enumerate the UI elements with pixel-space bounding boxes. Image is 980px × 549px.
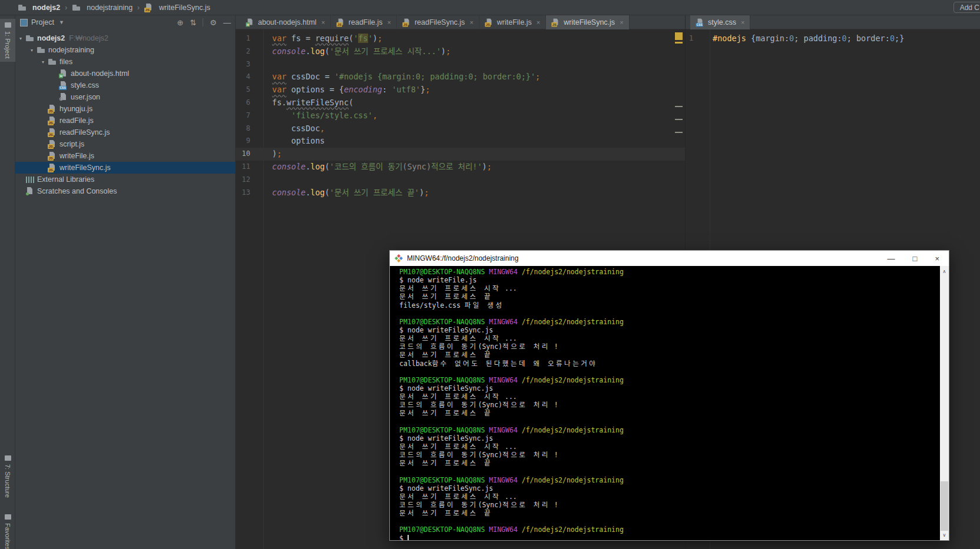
code-text: var options = {encoding: 'utf8'}; bbox=[250, 84, 430, 97]
terminal-text: 문서 쓰기 프로세스 끝 bbox=[399, 509, 492, 517]
terminal-title-bar[interactable]: MINGW64:/f/nodejs2/nodejstraining —□× bbox=[390, 251, 949, 266]
code-text: cssDoc, bbox=[250, 122, 325, 135]
editor-tab-style.css[interactable]: CSSstyle.css× bbox=[690, 15, 750, 29]
terminal-output-line: 문서 쓰기 프로세스 시작 ... bbox=[399, 284, 940, 292]
code-token: ; bbox=[794, 34, 803, 43]
line-number: 5 bbox=[236, 84, 250, 97]
breadcrumb-item-writeFileSync.js[interactable]: JSwriteFileSync.js bbox=[144, 3, 210, 12]
tree-item-nodejs2[interactable]: ▾nodejs2F:₩nodejs2 bbox=[15, 32, 235, 44]
project-panel-title[interactable]: Project bbox=[31, 18, 54, 26]
terminal-blank-line bbox=[399, 467, 940, 475]
tree-item-script.js[interactable]: JSscript.js bbox=[15, 138, 235, 150]
terminal-text: 코드의 흐름이 동기 bbox=[399, 401, 478, 409]
close-tab-icon[interactable]: × bbox=[321, 19, 325, 26]
tree-item-user.json[interactable]: ⚙user.json bbox=[15, 91, 235, 103]
tool-window-button-structure[interactable]: 7: Structure bbox=[0, 452, 15, 501]
editor-tab-about-nodejs.html[interactable]: Habout-nodejs.html× bbox=[240, 15, 331, 29]
breadcrumb-item-nodejstraining[interactable]: nodejstraining bbox=[72, 3, 133, 12]
collapse-all-icon[interactable]: ⇅ bbox=[190, 18, 196, 27]
settings-icon[interactable]: ⚙ bbox=[210, 18, 217, 27]
expander-icon[interactable]: ▾ bbox=[27, 48, 37, 53]
tree-item-readfilesync.js[interactable]: JSreadFileSync.js bbox=[15, 127, 235, 138]
scrollbar-thumb[interactable] bbox=[941, 481, 948, 531]
expander-icon[interactable]: ▾ bbox=[38, 59, 48, 65]
tree-item-about-nodejs.html[interactable]: Habout-nodejs.html bbox=[15, 68, 235, 79]
terminal-output-line: 문서 쓰기 프로세스 시작 ... bbox=[399, 334, 940, 342]
stripe-mark[interactable] bbox=[675, 132, 683, 133]
terminal-text: ! bbox=[550, 451, 558, 459]
code-token: . bbox=[306, 46, 310, 56]
folder-icon bbox=[37, 45, 46, 55]
breadcrumb-item-nodejs2[interactable]: nodejs2 bbox=[18, 3, 60, 12]
code-token: var bbox=[272, 85, 286, 94]
warning-stripe-mark[interactable] bbox=[675, 42, 683, 44]
line-number: 12 bbox=[236, 174, 250, 187]
terminal-command-line: $ node writeFile.js bbox=[399, 276, 940, 284]
close-tab-icon[interactable]: × bbox=[620, 19, 623, 26]
line-number: 11 bbox=[236, 161, 250, 174]
tree-item-readfile.js[interactable]: JSreadFile.js bbox=[15, 115, 235, 127]
scroll-down-icon[interactable]: ∨ bbox=[940, 530, 949, 540]
expander-icon[interactable]: ▾ bbox=[16, 36, 25, 41]
code-token: '문서 쓰기 프로세스 시작...' bbox=[330, 46, 441, 56]
close-button[interactable]: × bbox=[935, 254, 939, 263]
terminal-text: (Sync) bbox=[478, 401, 503, 409]
terminal-output[interactable]: PM107@DESKTOP-NAQQ8NS MINGW64 /f/nodejs2… bbox=[390, 266, 940, 540]
stripe-mark[interactable] bbox=[675, 119, 683, 120]
code-token: ; bbox=[425, 85, 430, 94]
breadcrumb-label: writeFileSync.js bbox=[159, 4, 210, 12]
prompt-env: MINGW64 bbox=[489, 525, 517, 534]
terminal-text: ! bbox=[550, 501, 558, 509]
breadcrumb-bar: nodejs2›nodejstraining›JSwriteFileSync.j… bbox=[0, 0, 980, 15]
project-tree[interactable]: ▾nodejs2F:₩nodejs2▾nodejstraining▾filesH… bbox=[15, 32, 235, 549]
terminal-scrollbar[interactable]: ∧ ∨ bbox=[940, 266, 949, 540]
minimize-button[interactable]: — bbox=[888, 254, 895, 263]
close-tab-icon[interactable]: × bbox=[537, 19, 540, 26]
css-badge: CSS bbox=[59, 86, 67, 90]
hide-icon[interactable]: — bbox=[223, 18, 231, 27]
tree-item-label: nodejstraining bbox=[48, 46, 94, 54]
editor-tab-writefilesync.js[interactable]: JSwriteFileSync.js× bbox=[546, 15, 629, 29]
maximize-button[interactable]: □ bbox=[913, 254, 918, 263]
chevron-down-icon[interactable]: ▼ bbox=[59, 19, 64, 25]
code-token: } bbox=[899, 34, 904, 43]
locate-icon[interactable]: ⊕ bbox=[177, 18, 184, 27]
editor-tab-readfile.js[interactable]: JSreadFile.js× bbox=[331, 15, 397, 29]
stripe-mark[interactable] bbox=[675, 106, 683, 107]
code-text bbox=[250, 174, 272, 187]
tree-item-external-libraries[interactable]: External Libraries bbox=[15, 174, 235, 185]
tree-item-style.css[interactable]: CSSstyle.css bbox=[15, 79, 235, 91]
close-tab-icon[interactable]: × bbox=[469, 19, 473, 26]
terminal-output-line: 문서 쓰기 프로세스 끝 bbox=[399, 292, 940, 301]
code-token: ; bbox=[895, 34, 899, 43]
mingw64-terminal-window[interactable]: MINGW64:/f/nodejs2/nodejstraining —□× PM… bbox=[389, 250, 949, 541]
js-file-icon: JS bbox=[48, 116, 57, 125]
scroll-up-icon[interactable]: ∧ bbox=[940, 267, 949, 276]
close-tab-icon[interactable]: × bbox=[387, 19, 390, 26]
tool-window-button-project[interactable]: 1: Project bbox=[0, 19, 15, 62]
css-file-icon: CSS bbox=[696, 18, 704, 26]
tree-item-files[interactable]: ▾files bbox=[15, 56, 235, 68]
editor-tab-readfilesync.js[interactable]: JSreadFileSync.js× bbox=[397, 15, 479, 29]
code-text: console.log('문서 쓰기 프로세스 시작...'); bbox=[250, 45, 451, 58]
prompt-path: /f/nodejs2/nodejstraining bbox=[522, 525, 624, 534]
inspection-status-square[interactable] bbox=[675, 32, 683, 40]
prompt-path: /f/nodejs2/nodejstraining bbox=[522, 476, 624, 484]
add-configuration-button[interactable]: Add C bbox=[953, 2, 980, 13]
tree-item-scratches-and-consoles[interactable]: Scratches and Consoles bbox=[15, 185, 235, 197]
tool-window-button-favorites[interactable]: Favorites bbox=[0, 511, 15, 549]
code-line: 6fs.writeFileSync( bbox=[236, 97, 685, 109]
terminal-title: MINGW64:/f/nodejs2/nodejstraining bbox=[407, 254, 518, 262]
tree-item-writefile.js[interactable]: JSwriteFile.js bbox=[15, 150, 235, 162]
editor-tab-writefile.js[interactable]: JSwriteFile.js× bbox=[479, 15, 546, 29]
close-tab-icon[interactable]: × bbox=[741, 19, 744, 26]
terminal-command-line: $ node writeFileSync.js bbox=[399, 384, 940, 392]
tree-item-nodejstraining[interactable]: ▾nodejstraining bbox=[15, 44, 235, 56]
terminal-text: callback bbox=[399, 360, 432, 368]
code-line: 10); bbox=[236, 148, 685, 161]
tree-item-writefilesync.js[interactable]: JSwriteFileSync.js bbox=[15, 162, 235, 174]
tree-item-hyungju.js[interactable]: JShyungju.js bbox=[15, 103, 235, 115]
prompt-env: MINGW64 bbox=[489, 476, 517, 484]
tool-window-icon bbox=[5, 514, 11, 520]
js-file-icon: JS bbox=[552, 18, 561, 26]
